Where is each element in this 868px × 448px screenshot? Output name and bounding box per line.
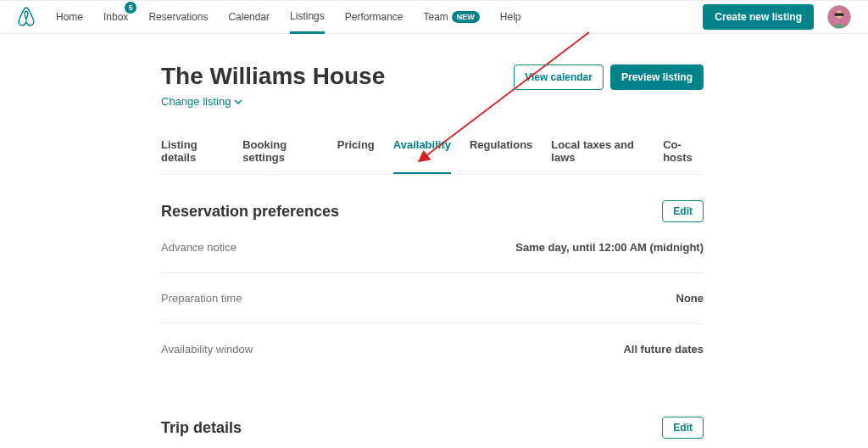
reservation-preferences-title: Reservation preferences (161, 203, 339, 221)
edit-trip-details-button[interactable]: Edit (662, 417, 704, 439)
advance-notice-label: Advance notice (161, 241, 236, 254)
minimum-stay-row: Minimum stay 3 nights (161, 439, 704, 448)
change-listing-label: Change listing (161, 95, 231, 108)
availability-window-label: Availability window (161, 343, 253, 356)
topbar-right: Create new listing (703, 4, 851, 30)
edit-reservation-preferences-button[interactable]: Edit (662, 200, 704, 222)
reservation-preferences-header: Reservation preferences Edit (161, 200, 704, 222)
nav-team[interactable]: Team NEW (424, 0, 480, 34)
listing-header-left: The Williams House Change listing (161, 63, 385, 108)
advance-notice-row: Advance notice Same day, until 12:00 AM … (161, 222, 704, 273)
tab-listing-details[interactable]: Listing details (161, 138, 224, 174)
main-content: The Williams House Change listing View c… (161, 63, 704, 448)
listing-tabs: Listing details Booking settings Pricing… (161, 138, 704, 175)
svg-rect-2 (834, 13, 843, 16)
nav-home[interactable]: Home (56, 0, 83, 34)
new-pill: NEW (452, 11, 480, 23)
preparation-time-label: Preparation time (161, 292, 242, 305)
chevron-down-icon (234, 98, 242, 106)
view-calendar-button[interactable]: View calendar (514, 64, 604, 90)
page-title: The Williams House (161, 63, 385, 90)
header-buttons: View calendar Preview listing (514, 64, 704, 90)
create-listing-button[interactable]: Create new listing (703, 4, 814, 30)
airbnb-logo-icon (17, 7, 36, 27)
nav-calendar[interactable]: Calendar (228, 0, 270, 34)
trip-details-header: Trip details Edit (161, 417, 704, 439)
trip-details-title: Trip details (161, 419, 242, 437)
nav-reservations[interactable]: Reservations (148, 0, 208, 34)
topbar-left: Home Inbox 5 Reservations Calendar Listi… (17, 0, 521, 34)
listing-header: The Williams House Change listing View c… (161, 63, 704, 108)
availability-window-row: Availability window All future dates (161, 324, 704, 374)
nav-performance[interactable]: Performance (345, 0, 403, 34)
topbar: Home Inbox 5 Reservations Calendar Listi… (0, 0, 868, 34)
tab-local-taxes[interactable]: Local taxes and laws (551, 138, 644, 174)
main-nav: Home Inbox 5 Reservations Calendar Listi… (56, 0, 521, 34)
change-listing-link[interactable]: Change listing (161, 95, 385, 108)
availability-window-value: All future dates (623, 343, 704, 356)
nav-listings[interactable]: Listings (290, 0, 325, 34)
tab-co-hosts[interactable]: Co-hosts (663, 138, 704, 174)
avatar[interactable] (827, 5, 851, 29)
trip-details-section: Trip details Edit Minimum stay 3 nights … (161, 417, 704, 448)
tab-booking-settings[interactable]: Booking settings (242, 138, 319, 174)
tab-availability[interactable]: Availability (393, 138, 451, 174)
avatar-icon (828, 5, 850, 29)
nav-inbox-label: Inbox (103, 11, 128, 23)
nav-help[interactable]: Help (500, 0, 521, 34)
nav-team-label: Team (424, 11, 448, 23)
tab-regulations[interactable]: Regulations (470, 138, 532, 174)
inbox-badge: 5 (125, 2, 136, 14)
reservation-preferences-section: Reservation preferences Edit Advance not… (161, 200, 704, 374)
advance-notice-value: Same day, until 12:00 AM (midnight) (515, 241, 704, 254)
preparation-time-row: Preparation time None (161, 273, 704, 324)
preview-listing-button[interactable]: Preview listing (610, 64, 704, 90)
preparation-time-value: None (676, 292, 704, 305)
nav-inbox[interactable]: Inbox 5 (103, 0, 128, 34)
tab-pricing[interactable]: Pricing (337, 138, 375, 174)
brand-logo[interactable] (17, 7, 36, 27)
